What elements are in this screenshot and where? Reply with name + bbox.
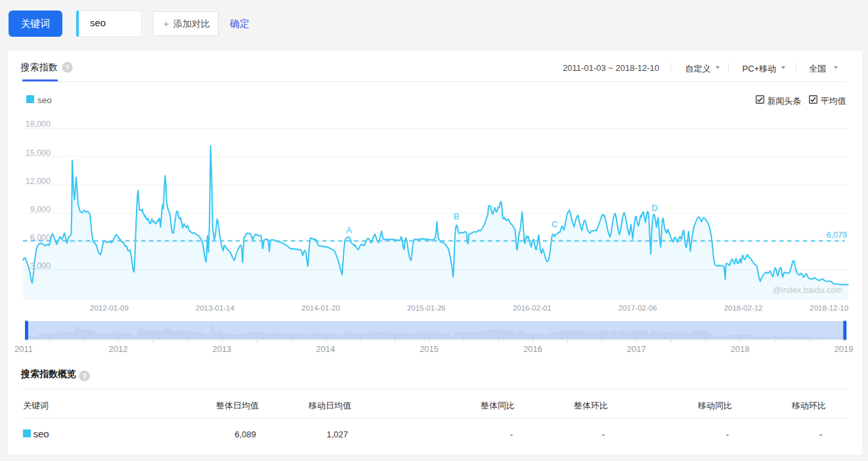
- svg-text:?: ?: [82, 372, 87, 380]
- svg-text:?: ?: [65, 64, 70, 72]
